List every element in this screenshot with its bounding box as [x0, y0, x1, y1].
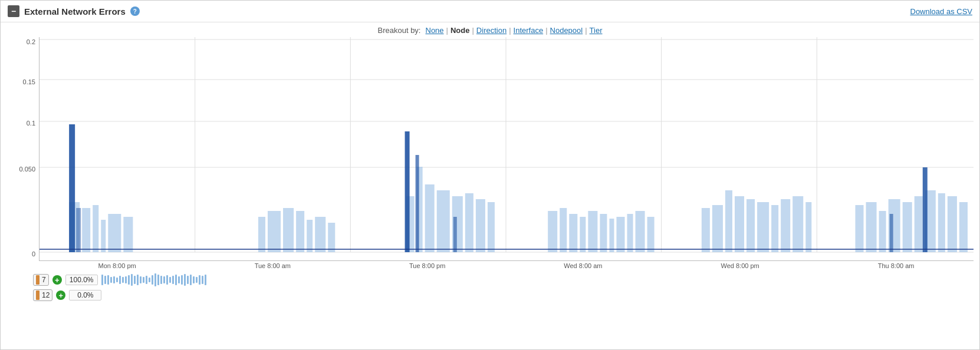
y-label-01: 0.1	[27, 120, 35, 127]
svg-rect-58	[866, 202, 877, 252]
x-label-tue-8pm: Tue 8:00 pm	[409, 262, 445, 269]
legend-row-2: 12 + 0.0%	[33, 289, 979, 301]
svg-rect-64	[938, 193, 945, 252]
help-icon[interactable]: ?	[130, 6, 140, 16]
svg-rect-46	[647, 217, 655, 252]
svg-rect-61	[903, 202, 912, 252]
breakout-bar: Breakout by: None | Node | Direction | I…	[1, 22, 979, 37]
svg-rect-20	[283, 208, 294, 252]
breakout-node[interactable]: Node	[450, 26, 470, 35]
svg-rect-49	[725, 190, 732, 252]
svg-rect-31	[476, 199, 485, 252]
svg-rect-36	[548, 211, 557, 252]
breakout-direction[interactable]: Direction	[476, 26, 507, 35]
svg-rect-40	[588, 211, 597, 252]
svg-rect-41	[600, 214, 607, 252]
x-label-thu-8am: Thu 8:00 am	[878, 262, 915, 269]
svg-rect-56	[805, 202, 811, 252]
svg-rect-18	[258, 217, 265, 252]
x-label-tue-8am: Tue 8:00 am	[255, 262, 291, 269]
svg-rect-17	[76, 208, 81, 252]
y-axis: 0.2 0.15 0.1 0.050 0	[6, 37, 39, 261]
legend-badge-1: 7	[33, 274, 49, 286]
mini-bars-1	[101, 273, 979, 287]
legend-expand-2[interactable]: +	[56, 290, 65, 300]
y-label-02: 0.2	[27, 38, 35, 45]
breakout-none[interactable]: None	[426, 26, 444, 35]
svg-rect-27	[425, 184, 435, 252]
svg-rect-55	[792, 196, 803, 252]
y-label-015: 0.15	[23, 78, 35, 85]
legend-num-2: 12	[42, 291, 50, 299]
svg-rect-39	[580, 217, 586, 252]
svg-rect-22	[307, 220, 313, 252]
svg-rect-33	[405, 131, 410, 252]
y-label-005: 0.050	[19, 166, 35, 173]
svg-rect-48	[712, 205, 723, 252]
legend-pct-2: 0.0%	[69, 290, 101, 301]
svg-rect-52	[757, 202, 769, 252]
svg-rect-28	[437, 190, 450, 252]
svg-rect-21	[296, 211, 304, 252]
svg-rect-57	[855, 205, 863, 252]
legend-badge-2: 12	[33, 289, 52, 301]
legend-pct-1: 100.0%	[65, 275, 98, 285]
legend-color-2	[36, 290, 40, 300]
chart-main	[39, 37, 974, 261]
x-axis-labels: Mon 8:00 pm Tue 8:00 am Tue 8:00 pm Wed …	[1, 261, 979, 269]
svg-rect-19	[268, 211, 281, 252]
svg-rect-54	[781, 199, 790, 252]
svg-rect-12	[93, 205, 98, 252]
collapse-button[interactable]: −	[8, 5, 19, 17]
svg-rect-53	[771, 205, 778, 252]
widget-title: External Network Errors	[24, 6, 126, 16]
svg-rect-34	[416, 155, 419, 252]
svg-rect-23	[315, 217, 325, 252]
svg-rect-30	[465, 193, 473, 252]
svg-rect-62	[915, 196, 923, 252]
svg-rect-43	[616, 217, 624, 252]
legend-area: 7 + 100.0%	[1, 269, 979, 301]
chart-svg	[40, 37, 974, 261]
svg-rect-47	[702, 208, 710, 252]
widget-container: − External Network Errors ? Download as …	[0, 0, 980, 350]
svg-rect-66	[959, 202, 968, 252]
svg-rect-38	[569, 214, 577, 252]
svg-rect-14	[108, 214, 121, 252]
svg-rect-67	[923, 167, 928, 252]
svg-rect-51	[746, 199, 755, 252]
minus-icon: −	[11, 7, 16, 15]
svg-rect-44	[627, 214, 633, 252]
x-label-mon-8pm: Mon 8:00 pm	[98, 262, 136, 269]
svg-rect-32	[488, 202, 495, 252]
svg-rect-68	[890, 214, 893, 252]
svg-rect-50	[735, 196, 744, 252]
svg-rect-37	[560, 208, 567, 252]
chart-wrapper: 0.2 0.15 0.1 0.050 0	[1, 37, 979, 261]
legend-num-1: 7	[42, 276, 46, 284]
legend-color-1	[36, 275, 40, 285]
svg-rect-42	[609, 219, 614, 252]
svg-rect-59	[879, 211, 886, 252]
svg-rect-13	[101, 220, 106, 252]
svg-rect-11	[82, 208, 90, 252]
breakout-tier[interactable]: Tier	[590, 26, 603, 35]
x-label-wed-8pm: Wed 8:00 pm	[721, 262, 759, 269]
svg-rect-16	[69, 124, 75, 252]
y-label-0: 0	[32, 250, 35, 257]
breakout-interface[interactable]: Interface	[514, 26, 544, 35]
svg-rect-35	[453, 217, 457, 252]
legend-row-1: 7 + 100.0%	[33, 273, 979, 287]
x-label-wed-8am: Wed 8:00 am	[564, 262, 602, 269]
widget-header: − External Network Errors ? Download as …	[1, 1, 979, 22]
svg-rect-15	[123, 217, 133, 252]
breakout-nodepool[interactable]: Nodepool	[550, 26, 583, 35]
breakout-label: Breakout by:	[378, 26, 421, 35]
svg-rect-65	[948, 196, 957, 252]
header-left: − External Network Errors ?	[8, 5, 140, 17]
legend-expand-1[interactable]: +	[52, 275, 62, 285]
download-csv-link[interactable]: Download as CSV	[910, 7, 973, 16]
svg-rect-45	[636, 211, 645, 252]
svg-rect-24	[328, 223, 335, 252]
